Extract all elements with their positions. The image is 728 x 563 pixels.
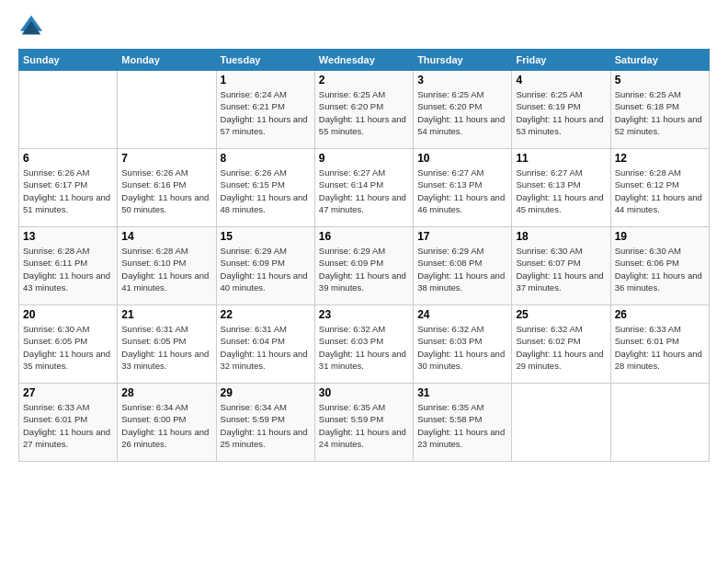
day-cell: 23Sunrise: 6:32 AM Sunset: 6:03 PM Dayli… — [314, 305, 413, 384]
day-detail: Sunrise: 6:28 AM Sunset: 6:12 PM Dayligh… — [615, 167, 705, 215]
day-number: 20 — [23, 308, 113, 321]
day-cell: 27Sunrise: 6:33 AM Sunset: 6:01 PM Dayli… — [19, 384, 118, 462]
day-detail: Sunrise: 6:30 AM Sunset: 6:06 PM Dayligh… — [615, 245, 705, 293]
day-number: 22 — [221, 308, 311, 321]
day-number: 12 — [615, 152, 705, 165]
header-day: Sunday — [19, 50, 118, 71]
day-detail: Sunrise: 6:27 AM Sunset: 6:13 PM Dayligh… — [417, 167, 507, 215]
day-cell — [118, 71, 216, 149]
day-number: 4 — [516, 74, 606, 86]
day-cell: 9Sunrise: 6:27 AM Sunset: 6:14 PM Daylig… — [314, 149, 413, 227]
day-number: 18 — [516, 230, 606, 243]
day-detail: Sunrise: 6:33 AM Sunset: 6:01 PM Dayligh… — [615, 323, 705, 372]
day-cell: 17Sunrise: 6:29 AM Sunset: 6:08 PM Dayli… — [414, 227, 512, 305]
day-cell: 26Sunrise: 6:33 AM Sunset: 6:01 PM Dayli… — [610, 305, 709, 384]
day-detail: Sunrise: 6:30 AM Sunset: 6:07 PM Dayligh… — [516, 245, 606, 293]
day-detail: Sunrise: 6:26 AM Sunset: 6:16 PM Dayligh… — [121, 167, 211, 215]
day-number: 17 — [417, 230, 507, 243]
day-number: 14 — [121, 230, 211, 243]
day-cell: 5Sunrise: 6:25 AM Sunset: 6:18 PM Daylig… — [610, 71, 709, 149]
day-number: 29 — [221, 386, 311, 399]
day-number: 7 — [121, 152, 211, 165]
header-day: Friday — [512, 50, 610, 71]
header — [18, 14, 710, 40]
header-day: Saturday — [610, 50, 709, 71]
day-number: 15 — [221, 230, 311, 243]
day-cell: 2Sunrise: 6:25 AM Sunset: 6:20 PM Daylig… — [314, 71, 413, 149]
day-cell: 31Sunrise: 6:35 AM Sunset: 5:58 PM Dayli… — [414, 384, 512, 462]
day-cell: 8Sunrise: 6:26 AM Sunset: 6:15 PM Daylig… — [216, 149, 314, 227]
day-cell: 30Sunrise: 6:35 AM Sunset: 5:59 PM Dayli… — [314, 384, 413, 462]
day-cell: 19Sunrise: 6:30 AM Sunset: 6:06 PM Dayli… — [610, 227, 709, 305]
day-number: 30 — [319, 386, 409, 399]
day-detail: Sunrise: 6:28 AM Sunset: 6:10 PM Dayligh… — [121, 245, 211, 293]
day-detail: Sunrise: 6:27 AM Sunset: 6:13 PM Dayligh… — [516, 167, 606, 215]
day-cell: 6Sunrise: 6:26 AM Sunset: 6:17 PM Daylig… — [19, 149, 118, 227]
day-number: 6 — [23, 152, 113, 165]
week-row: 20Sunrise: 6:30 AM Sunset: 6:05 PM Dayli… — [19, 305, 710, 384]
day-detail: Sunrise: 6:35 AM Sunset: 5:58 PM Dayligh… — [417, 401, 507, 450]
day-detail: Sunrise: 6:29 AM Sunset: 6:09 PM Dayligh… — [319, 245, 409, 293]
day-number: 25 — [516, 308, 606, 321]
day-detail: Sunrise: 6:26 AM Sunset: 6:15 PM Dayligh… — [221, 167, 311, 215]
day-detail: Sunrise: 6:31 AM Sunset: 6:04 PM Dayligh… — [221, 323, 311, 372]
day-detail: Sunrise: 6:26 AM Sunset: 6:17 PM Dayligh… — [23, 167, 113, 215]
page: SundayMondayTuesdayWednesdayThursdayFrid… — [0, 0, 728, 471]
day-number: 9 — [319, 152, 409, 165]
week-row: 27Sunrise: 6:33 AM Sunset: 6:01 PM Dayli… — [19, 384, 710, 462]
day-cell: 18Sunrise: 6:30 AM Sunset: 6:07 PM Dayli… — [512, 227, 610, 305]
day-number: 19 — [615, 230, 705, 243]
day-number: 23 — [319, 308, 409, 321]
day-number: 5 — [615, 74, 705, 86]
day-number: 2 — [319, 74, 409, 86]
day-cell: 13Sunrise: 6:28 AM Sunset: 6:11 PM Dayli… — [19, 227, 118, 305]
day-cell: 16Sunrise: 6:29 AM Sunset: 6:09 PM Dayli… — [314, 227, 413, 305]
day-detail: Sunrise: 6:35 AM Sunset: 5:59 PM Dayligh… — [319, 401, 409, 450]
day-cell — [512, 384, 610, 462]
day-detail: Sunrise: 6:32 AM Sunset: 6:03 PM Dayligh… — [319, 323, 409, 372]
day-number: 16 — [319, 230, 409, 243]
day-detail: Sunrise: 6:31 AM Sunset: 6:05 PM Dayligh… — [121, 323, 211, 372]
day-detail: Sunrise: 6:32 AM Sunset: 6:03 PM Dayligh… — [417, 323, 507, 372]
header-day: Wednesday — [314, 50, 413, 71]
day-cell — [19, 71, 118, 149]
week-row: 1Sunrise: 6:24 AM Sunset: 6:21 PM Daylig… — [19, 71, 710, 149]
day-number: 27 — [23, 386, 113, 399]
day-cell: 7Sunrise: 6:26 AM Sunset: 6:16 PM Daylig… — [118, 149, 216, 227]
week-row: 6Sunrise: 6:26 AM Sunset: 6:17 PM Daylig… — [19, 149, 710, 227]
day-detail: Sunrise: 6:25 AM Sunset: 6:20 PM Dayligh… — [417, 88, 507, 137]
day-number: 11 — [516, 152, 606, 165]
day-detail: Sunrise: 6:32 AM Sunset: 6:02 PM Dayligh… — [516, 323, 606, 372]
day-cell: 11Sunrise: 6:27 AM Sunset: 6:13 PM Dayli… — [512, 149, 610, 227]
header-day: Thursday — [414, 50, 512, 71]
day-detail: Sunrise: 6:34 AM Sunset: 6:00 PM Dayligh… — [121, 401, 211, 450]
day-cell: 1Sunrise: 6:24 AM Sunset: 6:21 PM Daylig… — [216, 71, 314, 149]
day-number: 1 — [221, 74, 311, 86]
day-cell: 15Sunrise: 6:29 AM Sunset: 6:09 PM Dayli… — [216, 227, 314, 305]
day-cell: 4Sunrise: 6:25 AM Sunset: 6:19 PM Daylig… — [512, 71, 610, 149]
day-detail: Sunrise: 6:25 AM Sunset: 6:18 PM Dayligh… — [615, 88, 705, 137]
week-row: 13Sunrise: 6:28 AM Sunset: 6:11 PM Dayli… — [19, 227, 710, 305]
day-cell: 25Sunrise: 6:32 AM Sunset: 6:02 PM Dayli… — [512, 305, 610, 384]
day-number: 8 — [221, 152, 311, 165]
day-number: 21 — [121, 308, 211, 321]
day-cell: 3Sunrise: 6:25 AM Sunset: 6:20 PM Daylig… — [414, 71, 512, 149]
day-cell: 12Sunrise: 6:28 AM Sunset: 6:12 PM Dayli… — [610, 149, 709, 227]
day-detail: Sunrise: 6:33 AM Sunset: 6:01 PM Dayligh… — [23, 401, 113, 450]
day-detail: Sunrise: 6:29 AM Sunset: 6:08 PM Dayligh… — [417, 245, 507, 293]
day-detail: Sunrise: 6:25 AM Sunset: 6:20 PM Dayligh… — [319, 88, 409, 137]
logo — [18, 14, 48, 40]
day-number: 24 — [417, 308, 507, 321]
day-detail: Sunrise: 6:30 AM Sunset: 6:05 PM Dayligh… — [23, 323, 113, 372]
day-number: 26 — [615, 308, 705, 321]
header-day: Tuesday — [216, 50, 314, 71]
day-cell: 20Sunrise: 6:30 AM Sunset: 6:05 PM Dayli… — [19, 305, 118, 384]
day-number: 31 — [417, 386, 507, 399]
calendar-table: SundayMondayTuesdayWednesdayThursdayFrid… — [18, 49, 710, 462]
day-cell: 22Sunrise: 6:31 AM Sunset: 6:04 PM Dayli… — [216, 305, 314, 384]
day-cell: 10Sunrise: 6:27 AM Sunset: 6:13 PM Dayli… — [414, 149, 512, 227]
day-detail: Sunrise: 6:29 AM Sunset: 6:09 PM Dayligh… — [221, 245, 311, 293]
day-cell: 28Sunrise: 6:34 AM Sunset: 6:00 PM Dayli… — [118, 384, 216, 462]
header-row: SundayMondayTuesdayWednesdayThursdayFrid… — [19, 50, 710, 71]
day-number: 13 — [23, 230, 113, 243]
